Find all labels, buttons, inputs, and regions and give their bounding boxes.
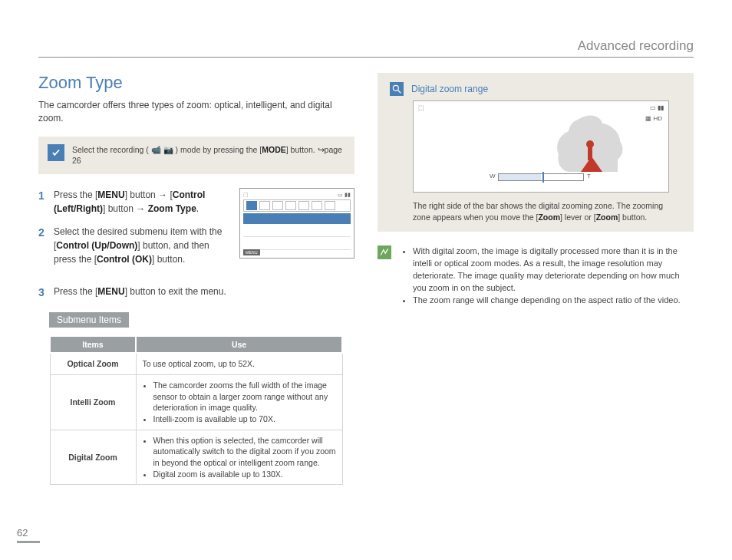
menu-row: [243, 239, 351, 250]
stby-icon: ⬚: [418, 104, 424, 111]
svg-point-4: [586, 140, 594, 148]
step-bold: MENU: [97, 286, 124, 297]
notes-block: With digital zoom, the image is digitall…: [378, 245, 694, 307]
page-header: Advanced recording: [38, 38, 694, 58]
card-icon: ▭: [338, 192, 343, 198]
menu-selected-row: [243, 213, 351, 224]
note-item: With digital zoom, the image is digitall…: [413, 245, 694, 295]
table-use-item: Intelli-zoom is available up to 70X.: [153, 413, 336, 425]
magnifier-icon: [390, 82, 404, 96]
table-row: Intelli Zoom The camcorder zooms the ful…: [50, 374, 342, 430]
menu-screenshot: ⬚ ▭▮▮ MENU: [239, 188, 354, 259]
menu-row: [243, 226, 351, 237]
step-text: ] button to exit the menu.: [125, 286, 226, 297]
submenu-chip: Submenu Items: [49, 312, 129, 328]
step-text: Press the [: [54, 286, 97, 297]
step-bold: Zoom Type: [148, 203, 196, 214]
step-text: ] button →: [103, 203, 148, 214]
zoom-cursor-icon: [542, 172, 544, 183]
mode-text-post: ) mode by pressing the [: [176, 145, 262, 154]
table-use-item: Digital zoom is available up to 130X.: [153, 469, 336, 480]
card-icon: ▭: [650, 104, 656, 111]
step-text: Press the [: [54, 189, 97, 200]
menu-footer-label: MENU: [243, 249, 260, 255]
battery-icon: ▮▮: [658, 104, 664, 111]
table-item: Intelli Zoom: [50, 374, 136, 430]
right-column: Digital zoom range ⬚ ▭ ▮▮ ▦ HD: [378, 73, 694, 485]
digital-zoom-panel: Digital zoom range ⬚ ▭ ▮▮ ▦ HD: [378, 73, 694, 232]
zoom-caption: The right side of the bar shows the digi…: [413, 200, 669, 222]
caption-bold: Zoom: [538, 212, 560, 222]
table-header-items: Items: [50, 336, 136, 353]
svg-rect-3: [588, 147, 592, 160]
battery-icon: ▮▮: [345, 192, 351, 198]
step-3: Press the [MENU] button to exit the menu…: [38, 285, 354, 298]
camera-icon: 📷: [163, 145, 173, 154]
menu-tab: [285, 201, 296, 210]
caption-bold: Zoom: [596, 212, 618, 222]
section-title: Zoom Type: [38, 73, 354, 93]
step-bold: Control (OK): [97, 254, 152, 265]
step-text: ] button.: [152, 254, 185, 265]
step-2: Select the desired submenu item with the…: [38, 225, 226, 266]
table-row: Digital Zoom When this option is selecte…: [50, 430, 342, 485]
zoom-bar: [498, 173, 584, 181]
step-bold: MENU: [97, 189, 124, 200]
left-column: Zoom Type The camcorder offers three typ…: [38, 73, 354, 485]
menu-tab-row: [243, 199, 351, 212]
check-icon: [48, 144, 64, 161]
table-item: Optical Zoom: [50, 353, 136, 374]
menu-tab: [312, 201, 322, 210]
page-number-bar: [17, 541, 40, 543]
step-1: Press the [MENU] button → [Control (Left…: [38, 188, 226, 216]
page-number: 62: [17, 527, 28, 539]
steps-list-cont: Press the [MENU] button to exit the menu…: [38, 285, 354, 298]
menu-tab: [298, 201, 309, 210]
table-use: To use optical zoom, up to 52X.: [136, 353, 342, 374]
section-intro: The camcorder offers three types of zoom…: [38, 99, 354, 126]
zoom-screenshot: ⬚ ▭ ▮▮ ▦ HD: [413, 100, 669, 193]
menu-tab: [259, 201, 270, 210]
table-use: When this option is selected, the camcor…: [136, 430, 342, 485]
svg-line-1: [398, 91, 401, 94]
menu-tab: [325, 201, 335, 210]
menu-tab: [246, 201, 257, 210]
table-use: The camcorder zooms the full width of th…: [136, 374, 342, 430]
mode-bold: MODE: [262, 145, 286, 154]
caption-text: ] button.: [618, 212, 647, 222]
table-row: Optical Zoom To use optical zoom, up to …: [50, 353, 342, 374]
caption-text: ] lever or [: [560, 212, 596, 222]
menu-tab: [272, 201, 283, 210]
stby-icon: ⬚: [243, 192, 249, 198]
table-use-item: The camcorder zooms the full width of th…: [153, 380, 336, 413]
table-use-item: When this option is selected, the camcor…: [153, 435, 336, 469]
step-text: .: [196, 203, 199, 214]
mode-text-pre: Select the recording (: [72, 145, 149, 154]
table-item: Digital Zoom: [50, 430, 136, 485]
table-header-use: Use: [136, 336, 342, 353]
hd-badge: ▦ HD: [645, 115, 662, 122]
camcorder-icon: 📹: [151, 145, 161, 154]
step-bold: Control (Up/Down): [56, 240, 137, 251]
step-text: ] button → [: [125, 189, 173, 200]
note-item: The zoom range will change depending on …: [413, 295, 694, 307]
steps-list: Press the [MENU] button → [Control (Left…: [38, 188, 226, 275]
digital-zoom-title: Digital zoom range: [411, 84, 488, 94]
submenu-table: Items Use Optical Zoom To use optical zo…: [49, 335, 343, 485]
mode-callout: Select the recording ( 📹 📷 ) mode by pre…: [38, 137, 354, 174]
note-icon: [378, 245, 391, 259]
svg-point-0: [393, 85, 398, 91]
